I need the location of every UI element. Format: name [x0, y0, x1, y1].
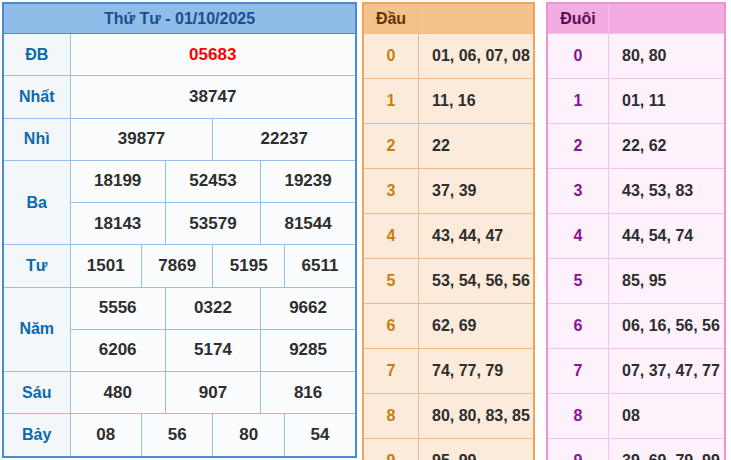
dau-numbers: 11, 16 — [419, 79, 535, 124]
prize-value: 22237 — [213, 118, 356, 160]
results-date-title: Thứ Tư - 01/10/2025 — [3, 3, 356, 34]
duoi-numbers: 80, 80 — [609, 34, 726, 79]
dau-digit: 7 — [363, 349, 419, 394]
dau-numbers: 01, 06, 07, 08 — [419, 34, 535, 79]
table-row: 111, 16 — [363, 79, 534, 124]
duoi-table: Đuôi 080, 80 101, 11 222, 62 343, 53, 83… — [546, 2, 726, 460]
duoi-numbers: 44, 54, 74 — [609, 214, 726, 259]
prize-value: 08 — [70, 414, 141, 457]
table-row: 995, 99 — [363, 439, 534, 460]
prize-value: 39877 — [70, 118, 213, 160]
dau-digit: 3 — [363, 169, 419, 214]
prize-label-db: ĐB — [3, 34, 70, 76]
prize-label-ba: Ba — [3, 160, 70, 245]
table-row: 662, 69 — [363, 304, 534, 349]
dau-digit: 6 — [363, 304, 419, 349]
duoi-digit: 3 — [547, 169, 609, 214]
table-row: Ba 18199 52453 19239 — [3, 160, 356, 202]
table-row: 939, 69, 79, 99 — [547, 439, 725, 460]
dau-digit: 9 — [363, 439, 419, 460]
table-row: 337, 39 — [363, 169, 534, 214]
prize-value: 5195 — [213, 245, 284, 287]
prize-value: 19239 — [261, 160, 356, 202]
duoi-header-cell: Đuôi — [547, 3, 609, 34]
prize-value: 18143 — [70, 203, 165, 245]
table-row: 080, 80 — [547, 34, 725, 79]
prize-value: 38747 — [70, 76, 356, 118]
dau-digit: 2 — [363, 124, 419, 169]
duoi-numbers: 01, 11 — [609, 79, 726, 124]
duoi-digit: 8 — [547, 394, 609, 439]
dau-digit: 0 — [363, 34, 419, 79]
duoi-digit: 2 — [547, 124, 609, 169]
table-row: 553, 54, 56, 56 — [363, 259, 534, 304]
prize-value: 480 — [70, 372, 165, 414]
prize-value: 9285 — [261, 329, 356, 371]
dau-table: Đầu 001, 06, 07, 08 111, 16 222 337, 39 … — [362, 2, 535, 460]
dau-digit: 1 — [363, 79, 419, 124]
prize-value: 56 — [141, 414, 212, 457]
duoi-header-row: Đuôi — [547, 3, 725, 34]
duoi-digit: 1 — [547, 79, 609, 124]
results-table: Thứ Tư - 01/10/2025 ĐB 05683 Nhất 38747 … — [2, 2, 357, 458]
dau-numbers: 43, 44, 47 — [419, 214, 535, 259]
dau-numbers: 80, 80, 83, 85 — [419, 394, 535, 439]
prize-value: 9662 — [261, 287, 356, 329]
table-row: 001, 06, 07, 08 — [363, 34, 534, 79]
duoi-numbers: 43, 53, 83 — [609, 169, 726, 214]
duoi-digit: 0 — [547, 34, 609, 79]
dau-header-empty-cell — [419, 3, 535, 34]
dau-numbers: 95, 99 — [419, 439, 535, 460]
prize-value: 6206 — [70, 329, 165, 371]
dau-digit: 4 — [363, 214, 419, 259]
table-row: Tư 1501 7869 5195 6511 — [3, 245, 356, 287]
prize-value: 907 — [165, 372, 260, 414]
prize-value: 0322 — [165, 287, 260, 329]
table-row: Nhất 38747 — [3, 76, 356, 118]
duoi-numbers: 22, 62 — [609, 124, 726, 169]
duoi-numbers: 06, 16, 56, 56 — [609, 304, 726, 349]
table-row: 606, 16, 56, 56 — [547, 304, 725, 349]
dau-header-cell: Đầu — [363, 3, 419, 34]
dau-numbers: 74, 77, 79 — [419, 349, 535, 394]
prize-value: 80 — [213, 414, 284, 457]
table-row: 343, 53, 83 — [547, 169, 725, 214]
duoi-numbers: 39, 69, 79, 99 — [609, 439, 726, 460]
prize-label-nhat: Nhất — [3, 76, 70, 118]
duoi-header-empty-cell — [609, 3, 726, 34]
prize-label-nam: Năm — [3, 287, 70, 372]
special-prize-value: 05683 — [70, 34, 356, 76]
dau-numbers: 37, 39 — [419, 169, 535, 214]
prize-value: 5556 — [70, 287, 165, 329]
prize-value: 816 — [261, 372, 356, 414]
table-row: 707, 37, 47, 77 — [547, 349, 725, 394]
table-row: Nhì 39877 22237 — [3, 118, 356, 160]
dau-numbers: 53, 54, 56, 56 — [419, 259, 535, 304]
duoi-numbers: 85, 95 — [609, 259, 726, 304]
duoi-digit: 6 — [547, 304, 609, 349]
prize-value: 54 — [284, 414, 356, 457]
prize-label-tu: Tư — [3, 245, 70, 287]
prize-value: 7869 — [141, 245, 212, 287]
table-row: 222, 62 — [547, 124, 725, 169]
prize-value: 5174 — [165, 329, 260, 371]
duoi-numbers: 07, 37, 47, 77 — [609, 349, 726, 394]
prize-label-bay: Bảy — [3, 414, 70, 457]
prize-value: 6511 — [284, 245, 356, 287]
prize-value: 52453 — [165, 160, 260, 202]
table-row: Sáu 480 907 816 — [3, 372, 356, 414]
table-row: ĐB 05683 — [3, 34, 356, 76]
table-row: 101, 11 — [547, 79, 725, 124]
prize-value: 53579 — [165, 203, 260, 245]
prize-value: 18199 — [70, 160, 165, 202]
duoi-digit: 4 — [547, 214, 609, 259]
dau-numbers: 22 — [419, 124, 535, 169]
table-row: 443, 44, 47 — [363, 214, 534, 259]
table-row: Năm 5556 0322 9662 — [3, 287, 356, 329]
prize-label-nhi: Nhì — [3, 118, 70, 160]
dau-numbers: 62, 69 — [419, 304, 535, 349]
duoi-digit: 9 — [547, 439, 609, 460]
prize-label-sau: Sáu — [3, 372, 70, 414]
prize-value: 1501 — [70, 245, 141, 287]
table-row: 808 — [547, 394, 725, 439]
